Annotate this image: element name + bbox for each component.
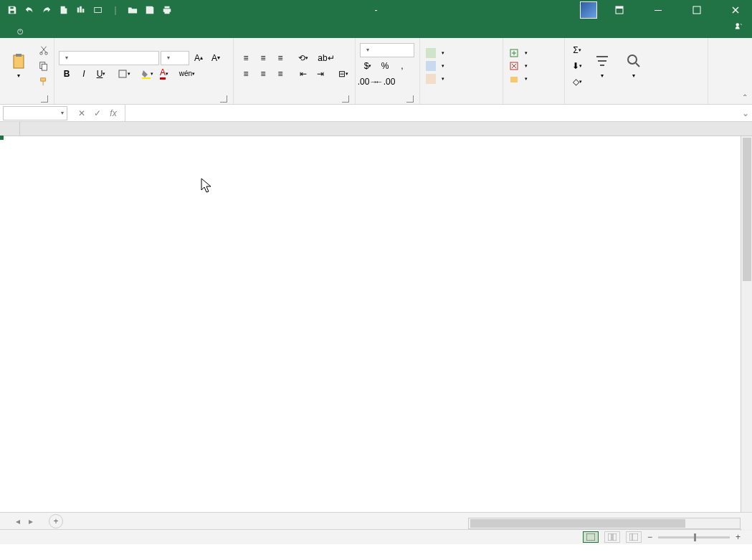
zoom-in-icon[interactable]: + [736,532,741,542]
conditional-format-button[interactable]: ▾ [424,47,446,59]
horizontal-scrollbar[interactable] [468,518,741,529]
tell-me-search[interactable] [16,28,30,38]
tab-nav-next-icon[interactable]: ▸ [24,516,37,526]
zoom-slider[interactable] [658,536,730,538]
svg-rect-17 [426,74,436,84]
dialog-launcher[interactable] [220,95,227,103]
quick-access-toolbar: ｜ [0,2,179,18]
maximize-icon[interactable] [680,0,713,20]
increase-decimal-icon[interactable]: .00→ [360,75,376,89]
format-cells-button[interactable]: ▾ [508,73,529,85]
qat-icon[interactable] [73,2,89,18]
new-sheet-button[interactable]: + [49,514,63,528]
bold-button[interactable]: B [59,67,75,81]
font-size-combo[interactable]: ▾ [161,51,189,65]
wrap-text-icon[interactable]: ab↵ [318,51,334,65]
ribbon-display-icon[interactable] [603,0,636,20]
normal-view-icon[interactable] [583,531,599,543]
svg-rect-12 [42,64,47,70]
delete-cells-button[interactable]: ▾ [508,60,529,72]
zoom-out-icon[interactable]: − [647,532,652,542]
fill-icon[interactable]: ⬇▾ [569,59,585,73]
underline-button[interactable]: U▾ [93,67,109,81]
formula-bar: ▾ ✕ ✓ fx ⌄ [0,105,752,122]
title-right [574,0,752,20]
align-top-icon[interactable]: ≡ [238,51,254,65]
window-title: - [375,5,378,15]
vertical-scrollbar[interactable] [741,136,752,531]
decrease-decimal-icon[interactable]: ←.00 [377,75,393,89]
collapse-ribbon-icon[interactable]: ⌃ [742,93,748,101]
italic-button[interactable]: I [76,67,92,81]
cancel-icon[interactable]: ✕ [75,108,89,118]
font-name-combo[interactable]: ▾ [59,51,159,65]
minimize-icon[interactable] [642,0,675,20]
save-icon[interactable] [4,2,20,18]
svg-rect-23 [608,533,611,541]
phonetic-icon[interactable]: wén▾ [179,67,195,81]
align-bottom-icon[interactable]: ≡ [272,51,288,65]
svg-rect-25 [629,533,638,541]
open-icon[interactable] [125,2,141,18]
ribbon: ▾ ▾ ▾ A▴ A▾ B I U▾ ▾ ▾ [0,38,752,105]
qat-icon[interactable] [90,2,106,18]
redo-icon[interactable] [39,2,54,18]
align-center-icon[interactable]: ≡ [255,67,271,81]
format-table-button[interactable]: ▾ [424,60,446,72]
dialog-launcher[interactable] [41,95,48,103]
close-icon[interactable] [719,0,752,20]
format-painter-icon[interactable] [36,75,52,89]
svg-rect-24 [613,533,617,541]
status-bar: − + [0,529,752,544]
decrease-indent-icon[interactable]: ⇤ [295,67,311,81]
number-format-combo[interactable]: ▾ [360,43,414,57]
cut-icon[interactable] [36,43,52,57]
undo-icon[interactable] [22,2,37,18]
font-color-button[interactable]: A▾ [156,67,172,81]
svg-rect-13 [119,70,126,77]
sort-filter-button[interactable]: ▾ [588,51,617,80]
share-button[interactable] [735,22,746,30]
currency-icon[interactable]: $▾ [360,59,376,73]
worksheet-grid[interactable] [0,122,752,512]
group-label [360,91,415,104]
formula-input[interactable] [125,106,739,120]
dialog-launcher[interactable] [342,95,349,103]
paste-button[interactable]: ▾ [4,51,33,80]
save-icon[interactable] [142,2,158,18]
copy-icon[interactable] [36,59,52,73]
page-layout-view-icon[interactable] [604,531,620,543]
border-button[interactable]: ▾ [116,67,132,81]
orientation-icon[interactable]: ⟲▾ [295,51,311,65]
find-select-button[interactable]: ▾ [619,51,648,80]
cell-styles-button[interactable]: ▾ [424,73,446,85]
increase-indent-icon[interactable]: ⇥ [313,67,328,81]
clear-icon[interactable]: ◇▾ [569,75,585,89]
ribbon-tabs [0,20,752,38]
avatar[interactable] [580,1,597,19]
print-icon[interactable] [159,2,175,18]
autosum-icon[interactable]: Σ▾ [569,43,585,57]
svg-rect-22 [586,533,595,541]
align-middle-icon[interactable]: ≡ [255,51,271,65]
grow-font-icon[interactable]: A▴ [191,51,206,65]
insert-cells-button[interactable]: ▾ [508,47,529,59]
enter-icon[interactable]: ✓ [90,108,105,118]
align-left-icon[interactable]: ≡ [238,67,254,81]
shrink-font-icon[interactable]: A▾ [208,51,224,65]
page-break-view-icon[interactable] [626,531,642,543]
fx-icon[interactable]: fx [106,108,120,118]
dialog-launcher[interactable] [406,95,414,103]
fill-color-button[interactable]: ▾ [139,67,155,81]
merge-center-icon[interactable]: ⊟▾ [335,67,351,81]
tab-nav-prev-icon[interactable]: ◂ [11,516,24,526]
comma-icon[interactable]: , [394,59,410,73]
align-right-icon[interactable]: ≡ [272,67,288,81]
svg-rect-14 [142,77,151,79]
select-all-corner[interactable] [0,122,20,136]
name-box[interactable]: ▾ [3,106,67,120]
expand-formula-icon[interactable]: ⌄ [739,108,752,118]
percent-icon[interactable]: % [377,59,393,73]
svg-rect-8 [16,54,22,57]
new-icon[interactable] [56,2,72,18]
